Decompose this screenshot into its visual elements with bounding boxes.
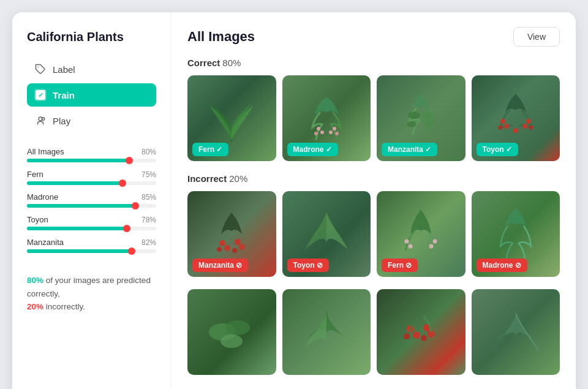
main-title: All Images [187, 29, 255, 45]
progress-bar-bg [27, 249, 156, 253]
image-label-toyon: Toyon ✓ [477, 143, 518, 156]
svg-point-32 [221, 334, 243, 348]
image-label-manzanita: Manzanita ✓ [382, 143, 437, 156]
plant-image-bottom2 [282, 289, 371, 375]
stat-pct: 82% [141, 238, 156, 247]
stat-label: All Images [27, 147, 64, 156]
stat-label: Madrone [27, 192, 58, 202]
image-card[interactable]: Madrone ⊘ [472, 191, 560, 277]
image-card[interactable]: Madrone ✓ [282, 75, 371, 161]
stats-section: All Images 80% Fern 75% [27, 147, 156, 260]
stat-all-images: All Images 80% [27, 147, 156, 162]
image-label-manzanita2: Manzanita ⊘ [192, 259, 248, 272]
svg-point-24 [239, 244, 245, 250]
view-button[interactable]: View [513, 27, 560, 47]
progress-bar-bg [27, 181, 156, 185]
summary-text-before: of your images are predicted correctly, [27, 276, 151, 298]
sidebar-item-train[interactable]: ✓ Train [27, 83, 156, 107]
progress-bar-bg [27, 159, 156, 162]
image-card-bottom[interactable] [377, 289, 466, 375]
correct-images-grid: Fern ✓ Madrone ✓ [187, 75, 560, 161]
app-card: California Plants Label ✓ Train [12, 12, 576, 389]
summary-text-after: incorrectly. [46, 302, 85, 311]
incorrect-section-label: Incorrect20% [187, 173, 560, 184]
svg-point-17 [522, 124, 527, 129]
svg-point-18 [529, 126, 533, 130]
stat-madrone: Madrone 85% [27, 192, 156, 208]
stat-pct: 80% [141, 148, 156, 156]
svg-point-14 [504, 124, 509, 129]
train-nav-label: Train [53, 90, 75, 100]
svg-point-26 [405, 240, 409, 244]
svg-point-19 [513, 128, 518, 133]
svg-point-5 [314, 132, 318, 135]
incorrect-images-grid: Manzanita ⊘ Toyon ⊘ [187, 191, 560, 277]
image-card[interactable]: Toyon ⊘ [282, 191, 371, 277]
svg-point-4 [320, 130, 324, 134]
image-label-toyon2: Toyon ⊘ [287, 259, 329, 272]
image-card[interactable]: Fern ✓ [187, 75, 276, 161]
checkbox-checked: ✓ [36, 90, 45, 100]
play-nav-label: Play [53, 116, 70, 126]
svg-point-7 [329, 130, 333, 134]
svg-point-27 [409, 244, 413, 249]
svg-point-29 [429, 244, 434, 249]
svg-point-8 [335, 132, 339, 135]
progress-bar-bg [27, 227, 156, 230]
stat-label: Manzanita [27, 238, 64, 247]
summary-text: 80% of your images are predicted correct… [27, 274, 156, 314]
image-card-bottom[interactable] [187, 289, 276, 375]
svg-point-10 [421, 111, 434, 119]
svg-point-2 [42, 118, 45, 121]
svg-point-12 [425, 121, 435, 127]
image-card-bottom[interactable] [282, 289, 371, 375]
svg-point-38 [421, 335, 427, 341]
stat-pct: 78% [141, 216, 156, 224]
progress-bar-fill [27, 204, 137, 208]
svg-point-25 [232, 248, 237, 253]
svg-point-23 [235, 239, 241, 245]
plant-image-bottom1 [187, 289, 276, 375]
plant-image-bottom4 [472, 289, 560, 375]
sidebar: California Plants Label ✓ Train [12, 12, 172, 389]
play-icon [34, 115, 47, 127]
image-label-fern: Fern ✓ [192, 143, 228, 156]
stat-pct: 85% [141, 193, 156, 202]
svg-point-34 [413, 331, 420, 339]
progress-bar-bg [27, 204, 156, 208]
svg-point-35 [404, 333, 410, 339]
svg-point-13 [500, 119, 505, 124]
image-label-madrone2: Madrone ⊘ [477, 259, 527, 272]
svg-point-6 [333, 127, 336, 130]
progress-bar-fill [27, 181, 124, 185]
image-card[interactable]: Toyon ✓ [472, 75, 560, 161]
svg-point-28 [433, 240, 437, 244]
image-card[interactable]: Manzanita ✓ [377, 75, 466, 161]
svg-point-15 [498, 126, 502, 130]
svg-point-22 [217, 247, 222, 252]
image-label-fern2: Fern ⊘ [382, 259, 418, 272]
correct-section-label: Correct80% [187, 58, 560, 68]
svg-point-20 [219, 240, 225, 246]
sidebar-item-play[interactable]: Play [27, 109, 156, 132]
svg-point-31 [225, 320, 250, 335]
progress-bar-fill [27, 249, 133, 253]
image-card-bottom[interactable] [472, 289, 560, 375]
progress-bar-fill [27, 227, 128, 230]
svg-point-3 [317, 127, 320, 130]
image-card[interactable]: Manzanita ⊘ [187, 191, 276, 277]
svg-point-9 [408, 111, 420, 119]
label-nav-label: Label [53, 64, 75, 75]
stat-toyon: Toyon 78% [27, 215, 156, 230]
bottom-images-grid [187, 289, 560, 375]
stat-label: Fern [27, 170, 43, 179]
svg-point-21 [224, 245, 230, 251]
stat-fern: Fern 75% [27, 170, 156, 185]
plant-image-bottom3 [377, 289, 466, 375]
stat-label: Toyon [27, 215, 48, 224]
train-icon: ✓ [34, 89, 47, 101]
sidebar-item-label[interactable]: Label [27, 58, 156, 81]
image-card[interactable]: Fern ⊘ [377, 191, 466, 277]
summary-red-pct: 20% [27, 302, 43, 311]
summary-green-pct: 80% [27, 276, 43, 285]
